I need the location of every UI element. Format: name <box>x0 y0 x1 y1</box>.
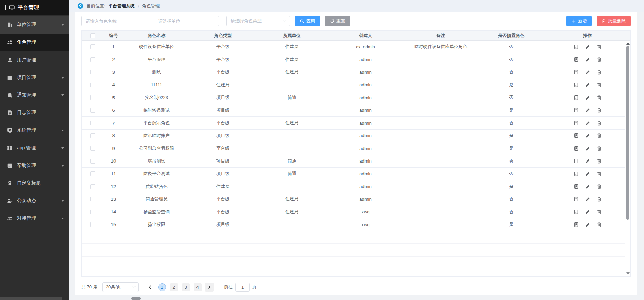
delete-icon[interactable] <box>597 158 602 164</box>
delete-icon[interactable] <box>597 209 602 214</box>
view-icon[interactable] <box>574 158 579 164</box>
delete-icon[interactable] <box>597 57 602 62</box>
cell-creator: cx_admin <box>328 41 403 53</box>
view-icon[interactable] <box>574 121 579 126</box>
edit-icon[interactable] <box>585 57 590 62</box>
edit-icon[interactable] <box>585 171 590 176</box>
row-checkbox[interactable] <box>90 108 95 113</box>
edit-icon[interactable] <box>585 121 590 126</box>
scroll-up-icon[interactable] <box>626 42 630 45</box>
page-button-4[interactable]: 4 <box>194 283 202 291</box>
view-icon[interactable] <box>574 133 579 138</box>
delete-icon[interactable] <box>597 133 602 138</box>
row-checkbox[interactable] <box>90 121 95 125</box>
view-icon[interactable] <box>574 57 579 62</box>
view-icon[interactable] <box>574 197 579 202</box>
page-button-2[interactable]: 2 <box>170 283 178 291</box>
sidebar-item-6[interactable]: 系统管理 <box>0 122 69 139</box>
sidebar-item-9[interactable]: 自定义标题 <box>0 174 69 192</box>
role-type-select[interactable]: 请选择角色类型 <box>226 16 290 26</box>
vertical-scrollbar[interactable] <box>625 41 630 276</box>
empty-row <box>82 269 630 277</box>
row-checkbox[interactable] <box>90 146 95 151</box>
edit-icon[interactable] <box>585 82 590 87</box>
page-size-select[interactable]: 20条/页 <box>102 282 139 292</box>
delete-icon[interactable] <box>597 197 602 202</box>
sidebar-item-5[interactable]: 日志管理 <box>0 104 69 122</box>
horizontal-scrollbar-thumb[interactable] <box>131 297 141 300</box>
delete-icon[interactable] <box>597 184 602 189</box>
edit-icon[interactable] <box>585 184 590 189</box>
sidebar-item-10[interactable]: 公众动态 <box>0 192 69 210</box>
delete-icon[interactable] <box>597 171 602 176</box>
edit-icon[interactable] <box>585 133 590 138</box>
view-icon[interactable] <box>574 209 579 214</box>
page-button-3[interactable]: 3 <box>182 283 190 291</box>
row-checkbox[interactable] <box>90 57 95 62</box>
row-checkbox[interactable] <box>90 44 95 49</box>
sidebar-item-0[interactable]: 单位管理 <box>0 16 69 34</box>
reset-button[interactable]: 重置 <box>325 16 350 26</box>
sidebar-item-8[interactable]: 帮助管理 <box>0 157 69 174</box>
sidebar-item-7[interactable]: app 管理 <box>0 139 69 157</box>
view-icon[interactable] <box>574 146 579 151</box>
row-checkbox[interactable] <box>90 171 95 176</box>
role-name-input[interactable] <box>81 16 146 26</box>
delete-icon[interactable] <box>597 146 602 151</box>
page-button-1[interactable]: 1 <box>158 283 166 291</box>
edit-icon[interactable] <box>585 209 590 214</box>
row-checkbox[interactable] <box>90 70 95 74</box>
goto-page-input[interactable] <box>235 283 250 292</box>
scroll-down-icon[interactable] <box>626 272 630 275</box>
edit-icon[interactable] <box>585 222 590 227</box>
hscroll-track[interactable] <box>0 297 62 300</box>
cell-role-type: 项目级 <box>190 130 256 142</box>
delete-icon[interactable] <box>597 44 602 49</box>
view-icon[interactable] <box>574 108 579 113</box>
delete-icon[interactable] <box>597 121 602 126</box>
sidebar-item-3[interactable]: 项目管理 <box>0 69 69 86</box>
edit-icon[interactable] <box>585 95 590 100</box>
batch-delete-button[interactable]: 批量删除 <box>597 16 631 26</box>
view-icon[interactable] <box>574 171 579 176</box>
row-checkbox[interactable] <box>90 95 95 100</box>
row-checkbox[interactable] <box>90 83 95 87</box>
unit-input[interactable] <box>154 16 219 26</box>
sidebar-item-2[interactable]: 用户管理 <box>0 51 69 69</box>
row-checkbox[interactable] <box>90 184 95 189</box>
edit-icon[interactable] <box>585 108 590 113</box>
row-checkbox[interactable] <box>90 133 95 138</box>
search-button[interactable]: 查询 <box>295 16 320 26</box>
scrollbar-thumb[interactable] <box>626 46 629 220</box>
delete-icon[interactable] <box>597 222 602 227</box>
row-checkbox[interactable] <box>90 210 95 214</box>
view-icon[interactable] <box>574 82 579 87</box>
edit-icon[interactable] <box>585 44 590 49</box>
edit-icon[interactable] <box>585 197 590 202</box>
edit-icon[interactable] <box>585 146 590 151</box>
view-icon[interactable] <box>574 44 579 49</box>
view-icon[interactable] <box>574 95 579 100</box>
breadcrumb-root[interactable]: 平台管理系统 <box>108 3 135 9</box>
sidebar-item-1[interactable]: 角色管理 <box>0 34 69 51</box>
row-checkbox[interactable] <box>90 222 95 227</box>
prev-page-button[interactable] <box>146 283 155 292</box>
next-page-button[interactable] <box>205 283 214 292</box>
row-checkbox[interactable] <box>90 159 95 164</box>
edit-icon[interactable] <box>585 70 590 75</box>
add-button[interactable]: 新增 <box>566 16 592 26</box>
row-checkbox[interactable] <box>90 197 95 201</box>
select-all-checkbox[interactable] <box>90 33 95 38</box>
view-icon[interactable] <box>574 184 579 189</box>
view-icon[interactable] <box>574 70 579 75</box>
edit-icon[interactable] <box>585 158 590 164</box>
cell-role-type: 平台级 <box>190 193 256 206</box>
view-icon[interactable] <box>574 222 579 227</box>
delete-icon[interactable] <box>597 70 602 75</box>
sidebar-item-4[interactable]: 通知管理 <box>0 86 69 104</box>
delete-icon[interactable] <box>597 95 602 100</box>
cell-role-type: 住建局 <box>190 79 256 91</box>
delete-icon[interactable] <box>597 82 602 87</box>
sidebar-item-11[interactable]: 对接管理 <box>0 210 69 227</box>
delete-icon[interactable] <box>597 108 602 113</box>
